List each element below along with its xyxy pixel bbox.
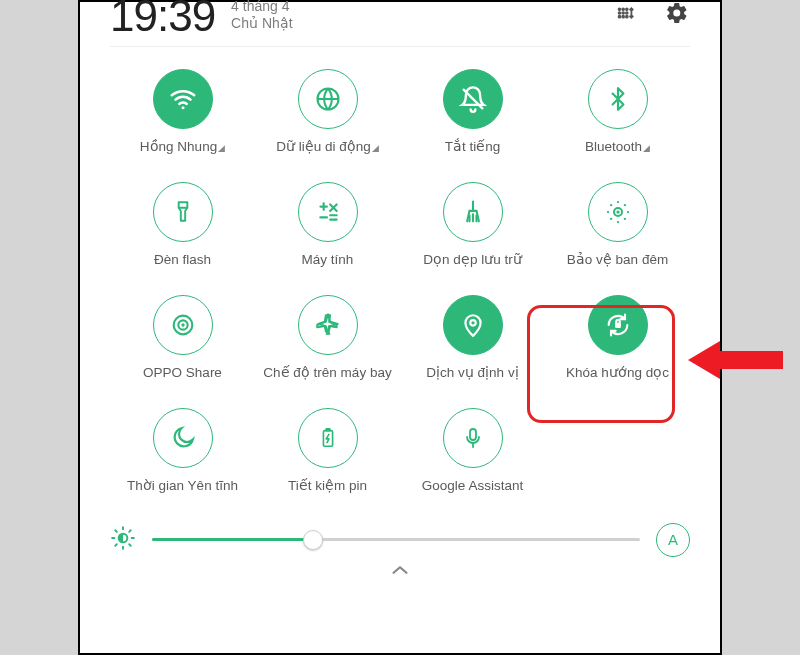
tile-calculator[interactable]: Máy tính bbox=[255, 182, 400, 269]
tile-assistant[interactable]: Google Assistant bbox=[400, 408, 545, 495]
svg-marker-52 bbox=[688, 341, 783, 379]
eye-protect-icon bbox=[588, 182, 648, 242]
svg-point-1 bbox=[622, 8, 624, 10]
tile-airplane[interactable]: Chế độ trên máy bay bbox=[255, 295, 400, 382]
svg-line-49 bbox=[129, 544, 131, 546]
battery-saver-icon bbox=[298, 408, 358, 468]
svg-point-28 bbox=[606, 211, 608, 213]
tile-location-label: Dịch vụ định vị bbox=[426, 365, 518, 382]
svg-point-6 bbox=[619, 16, 621, 18]
reorder-icon[interactable] bbox=[612, 0, 638, 26]
tile-bluetooth-label: Bluetooth bbox=[585, 139, 642, 156]
tile-cleanup-label: Dọn dẹp lưu trữ bbox=[423, 252, 521, 269]
calculator-icon bbox=[298, 182, 358, 242]
svg-rect-40 bbox=[326, 428, 330, 430]
tile-assistant-label: Google Assistant bbox=[422, 478, 523, 495]
tile-night-label: Bảo vệ ban đêm bbox=[567, 252, 668, 269]
quick-settings-grid: Hồng Nhung◢ Dữ liệu di động◢ Tắt tiếng bbox=[110, 69, 690, 495]
svg-point-37 bbox=[470, 320, 475, 325]
svg-point-29 bbox=[626, 211, 628, 213]
tile-opposhare-label: OPPO Share bbox=[143, 365, 222, 382]
svg-point-7 bbox=[622, 16, 624, 18]
svg-point-33 bbox=[623, 218, 625, 220]
tile-mute[interactable]: Tắt tiếng bbox=[400, 69, 545, 156]
tile-calculator-label: Máy tính bbox=[302, 252, 354, 269]
svg-point-30 bbox=[610, 204, 612, 206]
globe-icon bbox=[298, 69, 358, 129]
tile-quiet-label: Thời gian Yên tĩnh bbox=[127, 478, 238, 495]
svg-point-8 bbox=[626, 16, 628, 18]
svg-point-36 bbox=[181, 323, 184, 326]
slider-thumb[interactable] bbox=[303, 530, 323, 550]
annotation-arrow-icon bbox=[688, 335, 788, 385]
tile-flashlight[interactable]: Đèn flash bbox=[110, 182, 255, 269]
tile-wifi-label: Hồng Nhung bbox=[140, 139, 217, 156]
svg-point-9 bbox=[181, 106, 184, 109]
svg-point-3 bbox=[619, 12, 621, 14]
bluetooth-icon bbox=[588, 69, 648, 129]
tile-location[interactable]: Dịch vụ định vị bbox=[400, 295, 545, 382]
tile-flashlight-label: Đèn flash bbox=[154, 252, 211, 269]
tile-airplane-label: Chế độ trên máy bay bbox=[263, 365, 391, 382]
expand-indicator-icon: ◢ bbox=[218, 143, 225, 154]
tile-rotation-label: Khóa hướng dọc bbox=[566, 365, 669, 382]
svg-point-31 bbox=[623, 204, 625, 206]
brightness-row: A bbox=[110, 523, 690, 557]
header-actions bbox=[612, 0, 690, 26]
settings-gear-icon[interactable] bbox=[664, 0, 690, 26]
svg-point-4 bbox=[622, 12, 624, 14]
tile-quiet[interactable]: Thời gian Yên tĩnh bbox=[110, 408, 255, 495]
svg-point-0 bbox=[619, 8, 621, 10]
svg-rect-41 bbox=[470, 429, 476, 440]
auto-brightness-toggle[interactable]: A bbox=[656, 523, 690, 557]
location-pin-icon bbox=[443, 295, 503, 355]
tile-cleanup[interactable]: Dọn dẹp lưu trữ bbox=[400, 182, 545, 269]
flashlight-icon bbox=[153, 182, 213, 242]
tile-wifi[interactable]: Hồng Nhung◢ bbox=[110, 69, 255, 156]
phone-frame: 19:39 4 tháng 4 Chủ Nhật bbox=[78, 0, 722, 655]
collapse-chevron-icon[interactable] bbox=[110, 563, 690, 581]
svg-point-25 bbox=[616, 210, 619, 213]
tile-battery-label: Tiết kiệm pin bbox=[288, 478, 367, 495]
date-line-2: Chủ Nhật bbox=[231, 15, 293, 32]
svg-point-5 bbox=[626, 12, 628, 14]
brightness-slider[interactable] bbox=[152, 538, 640, 541]
tile-battery[interactable]: Tiết kiệm pin bbox=[255, 408, 400, 495]
svg-point-27 bbox=[616, 221, 618, 223]
airplane-icon bbox=[298, 295, 358, 355]
share-icon bbox=[153, 295, 213, 355]
svg-point-32 bbox=[610, 218, 612, 220]
wifi-icon bbox=[153, 69, 213, 129]
svg-line-48 bbox=[115, 530, 117, 532]
svg-point-26 bbox=[616, 201, 618, 203]
svg-rect-12 bbox=[178, 202, 187, 207]
svg-point-2 bbox=[626, 8, 628, 10]
clock-time: 19:39 bbox=[110, 0, 215, 38]
tile-data[interactable]: Dữ liệu di động◢ bbox=[255, 69, 400, 156]
microphone-icon bbox=[443, 408, 503, 468]
tile-night[interactable]: Bảo vệ ban đêm bbox=[545, 182, 690, 269]
status-header: 19:39 4 tháng 4 Chủ Nhật bbox=[110, 2, 690, 47]
quick-settings-panel: 19:39 4 tháng 4 Chủ Nhật bbox=[80, 2, 720, 653]
tile-data-label: Dữ liệu di động bbox=[276, 139, 371, 156]
expand-indicator-icon: ◢ bbox=[372, 143, 379, 154]
date-block: 4 tháng 4 Chủ Nhật bbox=[231, 0, 293, 32]
slider-fill bbox=[152, 538, 313, 541]
svg-line-50 bbox=[115, 544, 117, 546]
brightness-icon bbox=[110, 525, 136, 555]
tile-bluetooth[interactable]: Bluetooth◢ bbox=[545, 69, 690, 156]
tile-rotation-lock[interactable]: Khóa hướng dọc bbox=[545, 295, 690, 382]
rotation-lock-icon bbox=[588, 295, 648, 355]
tile-opposhare[interactable]: OPPO Share bbox=[110, 295, 255, 382]
tile-mute-label: Tắt tiếng bbox=[445, 139, 501, 156]
expand-indicator-icon: ◢ bbox=[643, 143, 650, 154]
moon-icon bbox=[153, 408, 213, 468]
date-line-1: 4 tháng 4 bbox=[231, 0, 293, 15]
broom-icon bbox=[443, 182, 503, 242]
svg-line-51 bbox=[129, 530, 131, 532]
bell-mute-icon bbox=[443, 69, 503, 129]
